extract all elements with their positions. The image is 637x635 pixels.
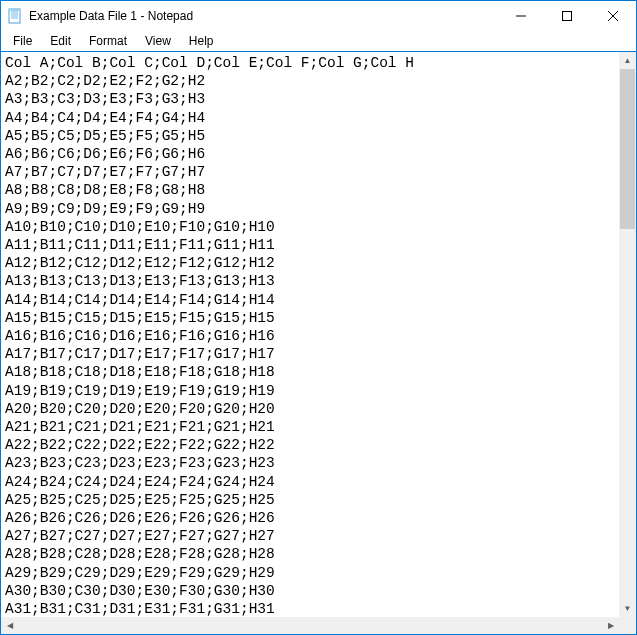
client-area: Col A;Col B;Col C;Col D;Col E;Col F;Col …: [1, 51, 636, 634]
svg-rect-5: [9, 9, 20, 11]
menubar: File Edit Format View Help: [1, 31, 636, 51]
menu-help[interactable]: Help: [181, 33, 222, 49]
menu-view[interactable]: View: [137, 33, 179, 49]
scrollbar-corner: [619, 617, 636, 634]
maximize-button[interactable]: [544, 1, 590, 31]
horizontal-scrollbar[interactable]: ◀ ▶: [1, 617, 636, 634]
scroll-down-arrow-icon[interactable]: ▼: [619, 600, 636, 617]
svg-rect-7: [563, 12, 572, 21]
scroll-up-arrow-icon[interactable]: ▲: [619, 52, 636, 69]
minimize-button[interactable]: [498, 1, 544, 31]
notepad-icon: [7, 8, 23, 24]
text-editor[interactable]: Col A;Col B;Col C;Col D;Col E;Col F;Col …: [1, 52, 619, 617]
notepad-window: Example Data File 1 - Notepad File Edit …: [0, 0, 637, 635]
menu-edit[interactable]: Edit: [42, 33, 79, 49]
vertical-scroll-thumb[interactable]: [620, 69, 635, 229]
editor-wrap: Col A;Col B;Col C;Col D;Col E;Col F;Col …: [1, 52, 636, 617]
close-button[interactable]: [590, 1, 636, 31]
window-controls: [498, 1, 636, 31]
menu-file[interactable]: File: [5, 33, 40, 49]
menu-format[interactable]: Format: [81, 33, 135, 49]
scroll-right-arrow-icon[interactable]: ▶: [602, 617, 619, 634]
window-title: Example Data File 1 - Notepad: [29, 9, 498, 23]
scroll-left-arrow-icon[interactable]: ◀: [1, 617, 18, 634]
vertical-scrollbar[interactable]: ▲ ▼: [619, 52, 636, 617]
horizontal-scroll-track[interactable]: [18, 617, 602, 634]
titlebar[interactable]: Example Data File 1 - Notepad: [1, 1, 636, 31]
